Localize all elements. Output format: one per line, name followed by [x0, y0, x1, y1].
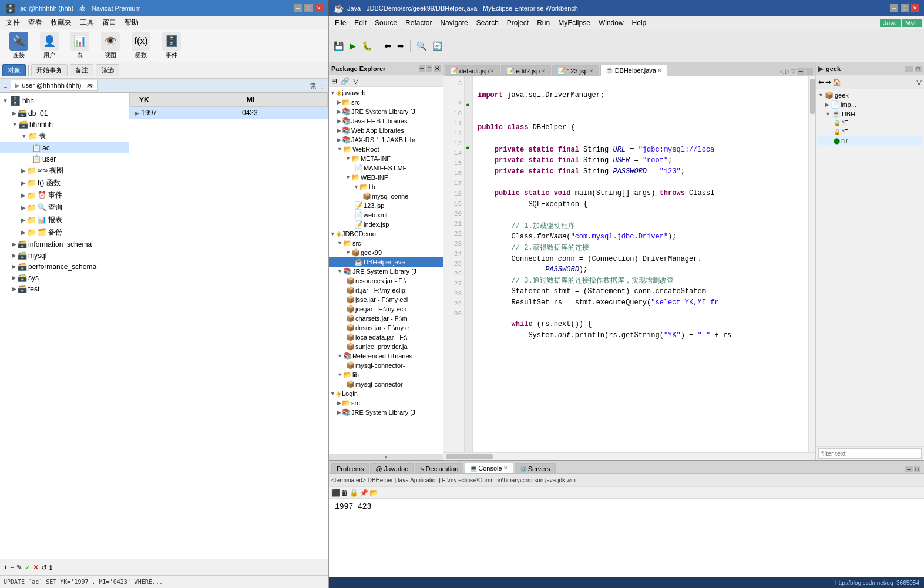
pkg-item-localedata-jar[interactable]: 📦 localedata.jar - F:\ [329, 332, 443, 342]
save-record-btn[interactable]: ✓ [25, 563, 31, 572]
editor-hscrollbar[interactable] [443, 452, 815, 460]
console-terminate-btn[interactable]: ⬛ [331, 489, 340, 497]
pkg-item-src1[interactable]: ▶ 📂 src [329, 98, 443, 107]
tab-close-default[interactable]: ✕ [490, 68, 495, 74]
pkg-item-webxml[interactable]: 📄 web.xml [329, 210, 443, 220]
pkg-collapse-btn[interactable]: ⊟ [330, 77, 338, 85]
data-row[interactable]: ▶ 1997 0423 [130, 107, 328, 119]
tree-item-user[interactable]: 📋 user [0, 153, 129, 164]
console-open-file-btn[interactable]: 📂 [369, 489, 378, 497]
filter-btn[interactable]: 筛选 [96, 64, 119, 76]
maximize-editor-btn[interactable]: □ [806, 68, 813, 75]
console-pin-btn[interactable]: 📌 [359, 489, 368, 497]
add-record-btn[interactable]: + [4, 563, 8, 572]
navicat-menu-file[interactable]: 文件 [2, 16, 23, 29]
rs-item-import[interactable]: ▶ 📄 imp... [817, 100, 923, 109]
rs-menu-btn[interactable]: ▽ [916, 78, 922, 86]
pkg-item-geek99[interactable]: ▼ 📦 geek99 [329, 248, 443, 257]
rs-item-dbhelper-class[interactable]: ▼ ☕ DBH [817, 109, 923, 119]
tree-item-perf-schema[interactable]: ▶ 🗃️ performance_schema [0, 261, 129, 272]
tree-item-root[interactable]: ▼ 🗄️ hhh [0, 94, 129, 107]
panel-header-btns[interactable]: ─ □ ✕ [419, 65, 441, 72]
navicat-menu-help[interactable]: 帮助 [121, 16, 142, 29]
navicat-window-buttons[interactable]: ─ □ ✕ [294, 4, 323, 12]
bottom-maximize-btn[interactable]: □ [914, 466, 920, 472]
editor-tab-controls[interactable]: ◁ ▷ ▽ ─ □ [778, 67, 814, 76]
col-header-mi[interactable]: MI [237, 93, 327, 107]
pkg-item-jre1[interactable]: ▶ 📚 JRE System Library [J [329, 107, 443, 116]
tab-123-jsp[interactable]: 📝 123.jsp ✕ [552, 65, 599, 76]
tree-item-queries[interactable]: ▶ 📁 🔍 查询 [0, 201, 129, 214]
eclipse-menu-run[interactable]: Run [533, 18, 553, 28]
sort-icon[interactable]: ↕ [320, 81, 324, 90]
pkg-item-jsse-jar[interactable]: 📦 jsse.jar - F:\my ecl [329, 295, 443, 304]
tab-close-123[interactable]: ✕ [589, 68, 594, 74]
event-button[interactable]: 🗄️ 事件 [157, 31, 186, 61]
table-button[interactable]: 📊 表 [66, 31, 94, 61]
pkg-item-meta-inf[interactable]: ▼ 📂 META-INF [329, 154, 443, 163]
pkg-item-jaxrs[interactable]: ▶ 📚 JAX-RS 1.1 JAXB Libr [329, 135, 443, 145]
discard-record-btn[interactable]: ✕ [33, 563, 39, 572]
view-button[interactable]: 👁️ 视图 [96, 31, 125, 61]
tree-item-events[interactable]: ▶ 📁 ⏰ 事件 [0, 189, 129, 201]
bottom-minimize-btn[interactable]: ─ [905, 466, 912, 472]
pkg-item-webapp-libs[interactable]: ▶ 📚 Web App Libraries [329, 126, 443, 135]
console-clear-btn[interactable]: 🗑 [341, 489, 348, 497]
pkg-item-lib1[interactable]: ▼ 📂 lib [329, 182, 443, 191]
tree-item-ac[interactable]: 📋 ac [0, 142, 129, 153]
eclipse-menu-myeclipse[interactable]: MyEclipse [555, 18, 594, 28]
eclipse-menu-search[interactable]: Search [473, 18, 502, 28]
tree-item-test[interactable]: ▶ 🗃️ test [0, 283, 129, 294]
pkg-item-charsets-jar[interactable]: 📦 charsets.jar - F:\m [329, 314, 443, 323]
console-output[interactable]: 1997 423 [329, 499, 924, 577]
pkg-menu-btn[interactable]: ▽ [352, 77, 359, 85]
pkg-item-jre3[interactable]: ▶ 📚 JRE System Library [J [329, 408, 443, 417]
pkg-item-dbhelper[interactable]: ☕ DBHelper.java [329, 257, 443, 267]
edit-record-btn[interactable]: ✎ [16, 563, 22, 572]
pkg-item-jre2[interactable]: ▼ 📚 JRE System Library [J [329, 267, 443, 276]
tab-default-jsp[interactable]: 📝 default.jsp ✕ [445, 65, 500, 76]
rs-item-geek99[interactable]: ▼ 📦 geek [817, 90, 923, 100]
pkg-item-dnsns-jar[interactable]: 📦 dnsns.jar - F:\my e [329, 323, 443, 332]
info-btn[interactable]: ℹ [49, 563, 52, 572]
pkg-maximize-btn[interactable]: □ [426, 65, 432, 72]
cell-yk[interactable]: ▶ 1997 [130, 107, 237, 119]
connect-button[interactable]: 🔌 连接 [5, 31, 33, 61]
user-button[interactable]: 👤 用户 [35, 31, 63, 61]
tree-item-reports[interactable]: ▶ 📁 📊 报表 [0, 214, 129, 226]
rs-home-btn[interactable]: 🏠 [832, 78, 841, 86]
tree-item-tables-folder[interactable]: ▼ 📁 表 [0, 130, 129, 142]
tree-item-db01[interactable]: ▶ 🗃️ db_01 [0, 107, 129, 119]
begin-transaction-btn[interactable]: 开始事务 [31, 64, 68, 76]
tab-close-dbhelper[interactable]: ✕ [657, 68, 662, 73]
pkg-item-mysql-jar2[interactable]: 📦 mysql-connector- [329, 361, 443, 370]
rs-item-url-field[interactable]: 🔒 ˢF [817, 119, 923, 127]
pkg-item-jce-jar[interactable]: 📦 jce.jar - F:\my ecli [329, 304, 443, 314]
eclipse-tool-search[interactable]: 🔍 [414, 40, 429, 52]
pkg-item-javaweb[interactable]: ▼ ◈ javaweb [329, 88, 443, 98]
col-header-yk[interactable]: YK [130, 93, 237, 107]
navicat-menu-window[interactable]: 窗口 [99, 16, 120, 29]
eclipse-tool-debug[interactable]: 🐛 [359, 40, 374, 52]
pkg-item-lib2[interactable]: ▼ 📂 lib [329, 370, 443, 379]
pkg-item-login[interactable]: ▼ ◈ Login [329, 389, 443, 398]
rs-maximize-btn[interactable]: □ [915, 66, 922, 72]
eclipse-tool-back[interactable]: ⬅ [382, 40, 394, 52]
bottom-tab-problems[interactable]: Problems [331, 463, 369, 473]
editor-right-scrollbar[interactable] [808, 76, 815, 452]
pkg-item-jdbcdemo[interactable]: ▼ ◈ JDBCDemo [329, 229, 443, 238]
eclipse-window-buttons[interactable]: ─ □ ✕ [890, 4, 919, 12]
bottom-panel-btns[interactable]: ─ □ [904, 465, 922, 473]
bottom-tab-declaration[interactable]: ⤷ Declaration [415, 463, 464, 473]
eclipse-tool-run[interactable]: ▶ [347, 40, 358, 52]
eclipse-menu-refactor[interactable]: Refactor [402, 18, 435, 28]
bottom-tab-servers[interactable]: ⚙️ Servers [515, 463, 556, 473]
rs-back-btn[interactable]: ⬅ [818, 78, 824, 86]
eclipse-tool-save[interactable]: 💾 [331, 40, 346, 52]
object-btn[interactable]: 对象 [2, 64, 26, 76]
rs-item-main-method[interactable]: ⬤ n r [817, 136, 923, 145]
eclipse-menu-help[interactable]: Help [629, 18, 650, 28]
rs-filter-input[interactable] [818, 448, 922, 459]
code-display[interactable]: 3 9 10 11 12 13 14 15 16 17 18 19 20 21 … [443, 76, 815, 452]
eclipse-menu-window[interactable]: Window [595, 18, 627, 28]
